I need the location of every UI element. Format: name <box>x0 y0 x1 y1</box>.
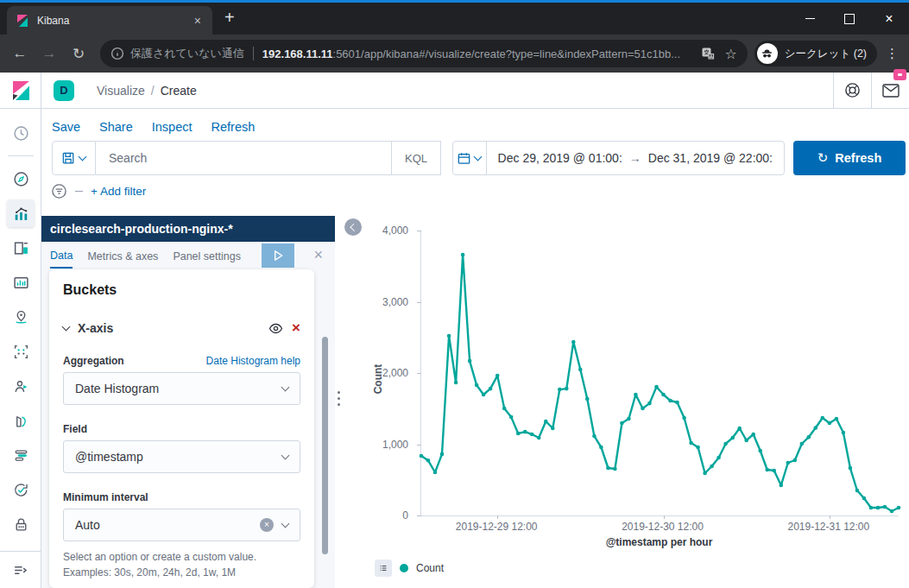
data-point[interactable] <box>627 417 631 421</box>
data-point[interactable] <box>772 469 776 473</box>
data-point[interactable] <box>869 506 874 510</box>
data-point[interactable] <box>793 458 798 463</box>
data-point[interactable] <box>496 374 500 378</box>
search-field-container[interactable]: KQL <box>96 141 441 175</box>
data-point[interactable] <box>489 387 493 391</box>
data-point[interactable] <box>737 427 742 431</box>
date-end-button[interactable]: Dec 31, 2019 @ 22:00: <box>648 151 773 165</box>
data-point[interactable] <box>751 433 755 437</box>
data-point[interactable] <box>509 415 514 420</box>
data-point[interactable] <box>682 416 686 420</box>
data-point[interactable] <box>654 385 659 389</box>
query-language-button[interactable]: KQL <box>391 142 440 174</box>
data-point[interactable] <box>420 454 424 458</box>
tab-panel-settings[interactable]: Panel settings <box>173 244 241 268</box>
data-point[interactable] <box>578 368 583 372</box>
newsfeed-button[interactable] <box>872 73 909 108</box>
data-point[interactable] <box>606 466 610 471</box>
window-close-button[interactable]: × <box>869 3 909 35</box>
breadcrumb-parent[interactable]: Visualize <box>97 84 145 98</box>
data-point[interactable] <box>620 421 624 426</box>
data-point[interactable] <box>516 432 521 436</box>
forward-button[interactable]: → <box>36 41 62 66</box>
data-point[interactable] <box>758 449 762 453</box>
legend-toggle-button[interactable] <box>375 560 392 577</box>
tab-metrics-axes[interactable]: Metrics & axes <box>87 244 158 268</box>
back-button[interactable]: ← <box>7 41 33 66</box>
data-point[interactable] <box>828 421 832 426</box>
bookmark-star-icon[interactable]: ☆ <box>724 46 736 62</box>
new-tab-button[interactable]: + <box>224 8 235 28</box>
nav-maps[interactable] <box>0 300 41 334</box>
editor-scrollbar[interactable] <box>322 337 328 554</box>
security-label[interactable]: 保護されていない通信 <box>130 46 244 61</box>
space-avatar[interactable]: D <box>54 80 74 101</box>
inspect-button[interactable]: Inspect <box>152 120 193 134</box>
data-point[interactable] <box>876 506 881 510</box>
minimum-interval-select[interactable]: Auto × <box>63 509 300 541</box>
nav-uptime[interactable] <box>0 472 41 507</box>
data-point[interactable] <box>897 506 901 510</box>
x-axis-accordion[interactable]: X-axis × <box>63 319 300 337</box>
eye-icon[interactable] <box>268 323 283 334</box>
data-point[interactable] <box>661 393 666 397</box>
legend-series-label[interactable]: Count <box>416 562 444 574</box>
data-point[interactable] <box>647 401 652 406</box>
data-point[interactable] <box>468 359 472 364</box>
data-point[interactable] <box>454 381 458 385</box>
data-point[interactable] <box>814 426 818 430</box>
nav-siem[interactable] <box>0 507 41 541</box>
data-point[interactable] <box>807 435 811 439</box>
nav-canvas[interactable] <box>0 231 41 265</box>
data-point[interactable] <box>744 439 748 443</box>
tab-close-icon[interactable]: × <box>192 14 204 28</box>
data-point[interactable] <box>710 465 714 469</box>
data-point[interactable] <box>675 401 679 405</box>
data-point[interactable] <box>585 397 590 401</box>
data-point[interactable] <box>723 442 728 446</box>
clear-selection-icon[interactable]: × <box>260 518 274 532</box>
window-maximize-button[interactable] <box>830 3 869 35</box>
saved-queries-button[interactable] <box>52 141 96 175</box>
apply-changes-button[interactable] <box>262 243 294 268</box>
data-point[interactable] <box>482 393 486 397</box>
nav-apm[interactable] <box>0 369 41 403</box>
search-input[interactable] <box>107 150 391 166</box>
tab-data[interactable]: Data <box>50 243 73 269</box>
share-button[interactable]: Share <box>99 120 133 134</box>
data-point[interactable] <box>716 456 721 460</box>
data-point[interactable] <box>426 458 431 463</box>
nav-logs[interactable] <box>0 403 41 438</box>
date-histogram-help-link[interactable]: Date Histogram help <box>206 355 300 367</box>
data-point[interactable] <box>571 340 576 345</box>
window-minimize-button[interactable] <box>790 3 830 35</box>
data-point[interactable] <box>835 417 839 421</box>
data-point[interactable] <box>530 433 534 437</box>
data-point[interactable] <box>440 452 445 457</box>
data-point[interactable] <box>433 471 438 475</box>
url-text[interactable]: 192.168.11.11:5601/app/kibana#/visualize… <box>262 47 695 60</box>
field-select[interactable]: @timestamp <box>63 440 300 473</box>
data-point[interactable] <box>855 489 860 493</box>
data-point[interactable] <box>765 468 769 472</box>
nav-collapse-button[interactable] <box>0 551 41 588</box>
filter-icon[interactable] <box>51 183 67 199</box>
data-point[interactable] <box>786 461 791 465</box>
refresh-link[interactable]: Refresh <box>211 120 256 134</box>
data-point[interactable] <box>544 420 548 424</box>
translate-icon[interactable] <box>701 47 716 61</box>
save-button[interactable]: Save <box>52 120 80 134</box>
data-point[interactable] <box>696 446 700 450</box>
data-point[interactable] <box>800 442 805 446</box>
data-point[interactable] <box>475 383 479 388</box>
date-start-button[interactable]: Dec 29, 2019 @ 01:00: <box>498 151 622 165</box>
data-point[interactable] <box>447 334 451 338</box>
data-point[interactable] <box>862 496 867 501</box>
aggregation-select[interactable]: Date Histogram <box>63 372 300 405</box>
data-point[interactable] <box>502 407 507 411</box>
help-menu-button[interactable] <box>834 73 871 108</box>
remove-bucket-icon[interactable]: × <box>292 319 300 337</box>
data-point[interactable] <box>890 509 894 514</box>
data-point[interactable] <box>592 434 597 439</box>
nav-visualize[interactable] <box>0 196 41 231</box>
